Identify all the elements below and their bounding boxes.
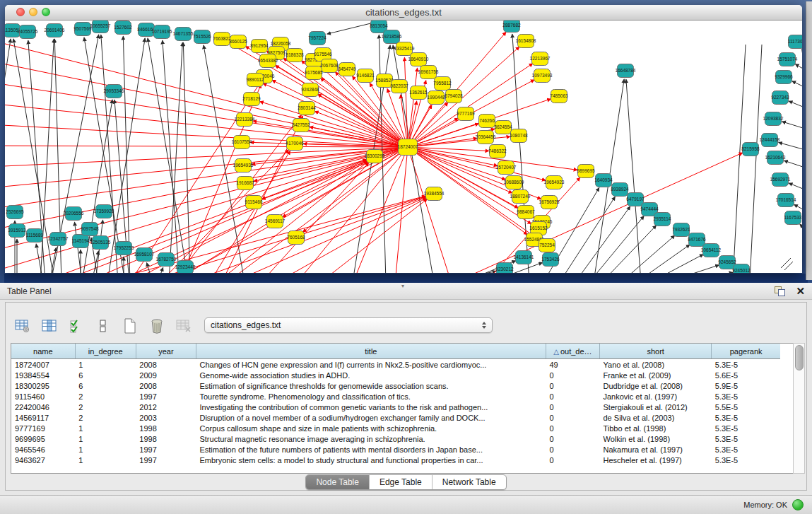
graph-node[interactable]: 8186328: [286, 49, 304, 62]
graph-node[interactable]: 9175685: [305, 66, 323, 80]
graph-node[interactable]: 12923448: [175, 261, 196, 274]
graph-node[interactable]: 10654112: [701, 244, 722, 257]
graph-node[interactable]: 9507569: [73, 23, 92, 36]
graph-node[interactable]: 12093832: [763, 112, 784, 126]
select-columns-icon[interactable]: [68, 317, 85, 334]
graph-node[interactable]: 20364456: [476, 131, 496, 144]
graph-node[interactable]: 9329966: [775, 71, 793, 84]
graph-node[interactable]: 7955812: [433, 77, 452, 90]
graph-node[interactable]: 16543382: [258, 54, 278, 68]
graph-node[interactable]: 1990448: [427, 91, 445, 105]
graph-node[interactable]: 14671355: [173, 28, 194, 41]
table-selector-dropdown[interactable]: citations_edges.txt: [204, 317, 493, 333]
float-window-icon[interactable]: [775, 286, 784, 296]
graph-node[interactable]: 9884067: [517, 206, 535, 219]
graph-node[interactable]: 12444158: [760, 134, 780, 147]
graph-node[interactable]: 12342757: [48, 233, 69, 246]
column-header-in_degree[interactable]: in_degree: [75, 344, 136, 359]
graph-node[interactable]: 1362615: [409, 86, 428, 100]
graph-node[interactable]: 8427552: [292, 119, 310, 132]
graph-node[interactable]: 9097548: [81, 223, 99, 236]
graph-node[interactable]: 15692971: [770, 173, 791, 187]
graph-node[interactable]: 9777169: [457, 107, 475, 121]
graph-node[interactable]: 14569117: [265, 215, 286, 228]
table-row[interactable]: 946554611997Estimation of the future num…: [11, 444, 780, 455]
graph-node[interactable]: 10655257: [90, 21, 111, 33]
graph-node[interactable]: 6794028: [445, 90, 463, 103]
graph-node[interactable]: 18300295: [365, 150, 385, 163]
graph-node[interactable]: 17359928: [94, 205, 114, 218]
graph-node[interactable]: 1753426: [541, 253, 560, 267]
graph-node[interactable]: 9890112: [247, 74, 264, 87]
graph-node[interactable]: 12213967: [530, 52, 551, 66]
graph-node[interactable]: 16210643: [765, 151, 786, 165]
table-vertical-scrollbar[interactable]: [793, 343, 805, 474]
table-row[interactable]: 911546021997Tourette syndrome. Phenomeno…: [11, 391, 780, 402]
graph-node[interactable]: 17016514: [776, 194, 796, 207]
graph-node[interactable]: 746266: [479, 115, 495, 128]
table-row[interactable]: 1938455462009Genome-wide association stu…: [11, 370, 780, 380]
column-header-title[interactable]: title: [196, 344, 546, 359]
graph-node[interactable]: 8215958: [741, 143, 760, 156]
graph-node[interactable]: 2718129: [242, 93, 261, 106]
table-row[interactable]: 1830029562008Estimation of significance …: [11, 380, 780, 391]
graph-node[interactable]: 1640934: [594, 174, 613, 187]
graph-node[interactable]: 15720407: [496, 161, 517, 175]
graph-node[interactable]: 16756928: [539, 196, 560, 209]
column-header-out_degree[interactable]: △out_de…: [546, 344, 599, 359]
graph-node[interactable]: 2935114: [654, 213, 671, 226]
table-row[interactable]: 946362711997Embryonic stem cells: a mode…: [11, 455, 780, 465]
minimize-window-icon[interactable]: [29, 8, 37, 16]
graph-node[interactable]: 7663822: [213, 33, 231, 46]
graph-node[interactable]: 18807249: [510, 190, 531, 204]
column-header-pagerank[interactable]: pagerank: [712, 344, 780, 359]
table-row[interactable]: 1456911722003Disruption of a novel membe…: [11, 412, 780, 423]
split-pane-handle-icon[interactable]: ▾: [401, 283, 404, 289]
graph-node[interactable]: 9899695: [577, 165, 595, 178]
graph-node[interactable]: 8938924: [611, 183, 629, 197]
graph-node[interactable]: 1916687: [236, 177, 254, 190]
graph-node[interactable]: 19218586: [382, 30, 402, 44]
row-height-icon[interactable]: [95, 317, 112, 334]
close-panel-icon[interactable]: ✕: [796, 286, 805, 296]
graph-node[interactable]: 2526695: [6, 206, 24, 219]
graph-node[interactable]: 20691406: [45, 24, 65, 37]
graph-node[interactable]: 17952253: [114, 242, 134, 255]
tab-network-table[interactable]: Network Table: [433, 475, 506, 489]
graph-node[interactable]: 8454749: [338, 63, 356, 76]
graph-node[interactable]: 7515526: [193, 30, 211, 44]
graph-node[interactable]: 1080748: [510, 129, 528, 143]
table-settings-icon[interactable]: [14, 317, 31, 334]
graph-node[interactable]: 1115689: [26, 229, 44, 243]
tab-edge-table[interactable]: Edge Table: [370, 475, 433, 489]
graph-node[interactable]: 7957224: [308, 32, 326, 45]
graph-node[interactable]: 10688609: [504, 176, 524, 189]
graph-node[interactable]: 9230212: [495, 263, 514, 274]
scrollbar-thumb[interactable]: [795, 345, 804, 370]
column-header-name[interactable]: name: [11, 344, 75, 359]
tab-node-table[interactable]: Node Table: [306, 475, 370, 489]
graph-node[interactable]: 752254: [539, 239, 555, 252]
graph-node[interactable]: 19384554: [424, 187, 445, 201]
graph-node[interactable]: 8660125: [229, 35, 247, 49]
zoom-window-icon[interactable]: [42, 8, 50, 16]
graph-node[interactable]: 2067608: [320, 59, 339, 73]
show-columns-icon[interactable]: [41, 317, 58, 334]
graph-node[interactable]: 16782759: [156, 253, 177, 267]
graph-node[interactable]: 20206556: [64, 207, 84, 221]
graph-node[interactable]: 16958107: [134, 248, 155, 262]
graph-node[interactable]: 12505135: [90, 236, 111, 250]
graph-node-hub[interactable]: 18724007: [398, 139, 418, 156]
graph-node[interactable]: 7932621: [672, 223, 690, 237]
graph-node[interactable]: 19654923: [544, 176, 565, 189]
graph-node[interactable]: 14136141: [514, 251, 534, 264]
graph-node[interactable]: 1117303: [788, 35, 802, 49]
table-row[interactable]: 977716911998Corpus callosum shape and si…: [11, 423, 780, 433]
graph-node[interactable]: 1145194: [72, 235, 90, 248]
graph-node[interactable]: 8471676: [688, 233, 706, 247]
delete-table-icon[interactable]: [148, 317, 165, 334]
graph-node[interactable]: 18640910: [408, 53, 429, 66]
column-header-year[interactable]: year: [136, 344, 196, 359]
graph-node[interactable]: 9146821: [356, 69, 375, 83]
graph-node[interactable]: 16107554: [232, 136, 252, 149]
